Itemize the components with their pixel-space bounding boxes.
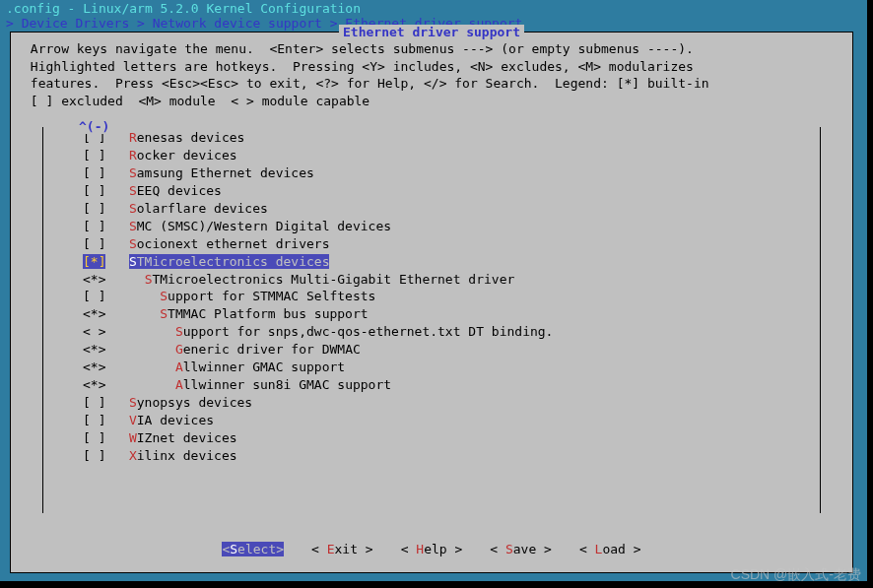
- menu-item-5[interactable]: [ ] SMC (SMSC)/Western Digital devices: [83, 218, 820, 235]
- menu-item-9[interactable]: [ ] Support for STMMAC Selftests: [83, 288, 820, 305]
- terminal-window: .config - Linux/arm 5.2.0 Kernel Configu…: [0, 0, 867, 581]
- menu-item-8[interactable]: <*> STMicroelectronics Multi-Gigabit Eth…: [83, 271, 820, 289]
- elect-button[interactable]: <Select>: [222, 542, 284, 556]
- menu-item-13[interactable]: <*> Allwinner GMAC support: [83, 359, 820, 376]
- menu-item-3[interactable]: [ ] SEEQ devices: [83, 182, 820, 200]
- config-title: .config - Linux/arm 5.2.0 Kernel Configu…: [0, 0, 867, 16]
- menu-item-4[interactable]: [ ] Solarflare devices: [83, 200, 820, 218]
- menu-item-0[interactable]: [ ] Renesas devices: [83, 129, 820, 147]
- menu-item-7[interactable]: [*] STMicroelectronics devices: [83, 253, 820, 271]
- watermark: CSDN @嵌入式-老费: [731, 566, 861, 584]
- menu-item-15[interactable]: [ ] Synopsys devices: [83, 394, 820, 412]
- xit-button[interactable]: < Exit >: [311, 542, 373, 556]
- menu-item-14[interactable]: <*> Allwinner sun8i GMAC support: [83, 376, 820, 394]
- menu-item-16[interactable]: [ ] VIA devices: [83, 412, 820, 429]
- oad-button[interactable]: < Load >: [579, 542, 641, 556]
- elp-button[interactable]: < Help >: [401, 542, 463, 556]
- ave-button[interactable]: < Save >: [490, 542, 552, 556]
- menu-item-11[interactable]: < > Support for snps,dwc-qos-ethernet.tx…: [83, 323, 820, 341]
- menu-item-1[interactable]: [ ] Rocker devices: [83, 147, 820, 164]
- dialog-box: Ethernet driver support Arrow keys navig…: [10, 32, 853, 573]
- menu-item-6[interactable]: [ ] Socionext ethernet drivers: [83, 235, 820, 253]
- menu-item-12[interactable]: <*> Generic driver for DWMAC: [83, 341, 820, 359]
- menu-item-18[interactable]: [ ] Xilinx devices: [83, 447, 820, 465]
- menu-item-10[interactable]: <*> STMMAC Platform bus support: [83, 305, 820, 323]
- menu-container: ^(-) [ ] Renesas devices[ ] Rocker devic…: [42, 127, 821, 513]
- help-text: Arrow keys navigate the menu. <Enter> se…: [11, 33, 852, 109]
- box-title: Ethernet driver support: [339, 25, 524, 39]
- scroll-up-indicator: ^(-): [77, 119, 111, 134]
- menu-item-17[interactable]: [ ] WIZnet devices: [83, 429, 820, 447]
- menu-list[interactable]: [ ] Renesas devices[ ] Rocker devices[ ]…: [43, 129, 820, 465]
- button-bar: <Select>< Exit >< Help >< Save >< Load >: [11, 542, 852, 556]
- menu-item-2[interactable]: [ ] Samsung Ethernet devices: [83, 164, 820, 182]
